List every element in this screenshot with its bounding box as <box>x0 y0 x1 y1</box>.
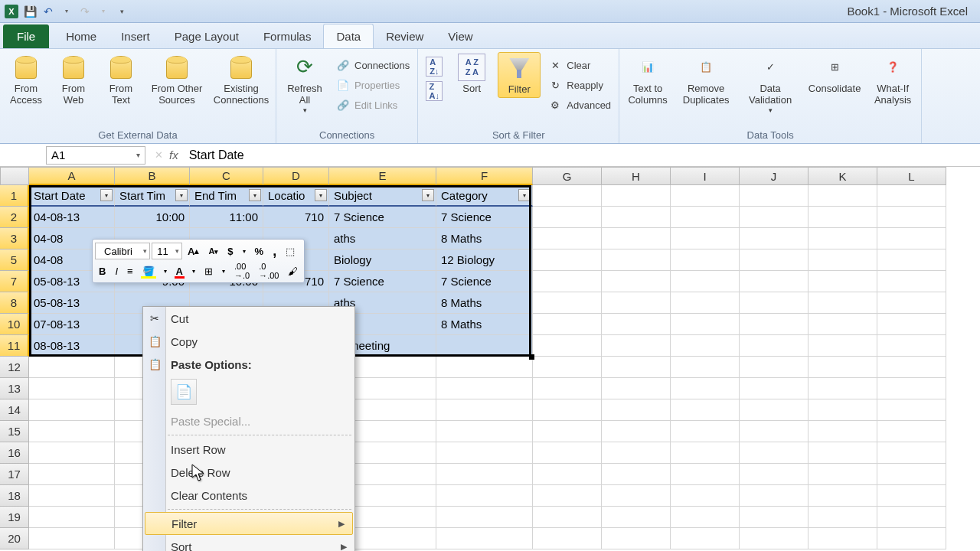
cell[interactable]: 8 Maths <box>436 292 533 314</box>
row-header[interactable]: 2 <box>0 207 29 228</box>
row-header[interactable]: 10 <box>0 314 29 335</box>
cell[interactable]: 710 <box>263 207 329 228</box>
cell[interactable] <box>436 442 533 464</box>
column-header-l[interactable]: L <box>877 167 946 185</box>
cell[interactable] <box>436 335 533 357</box>
data-validation-button[interactable]: ✓Data Validation▾ <box>740 52 800 116</box>
cell[interactable] <box>436 399 533 421</box>
cell[interactable] <box>808 271 877 292</box>
cell[interactable] <box>877 207 946 228</box>
cell[interactable] <box>29 421 115 442</box>
cell[interactable] <box>671 185 740 207</box>
row-header[interactable]: 18 <box>0 485 29 507</box>
column-header-d[interactable]: D <box>263 167 329 185</box>
row-header[interactable]: 14 <box>0 399 29 421</box>
cell[interactable] <box>808 421 877 442</box>
remove-duplicates-button[interactable]: 📋Remove Duplicates <box>676 52 736 108</box>
connections-button[interactable]: 🔗Connections <box>333 57 413 73</box>
cell[interactable] <box>877 335 946 357</box>
row-header[interactable]: 11 <box>0 335 29 357</box>
paste-option-all[interactable]: 📄 <box>171 379 197 405</box>
qat-customize-icon[interactable]: ▾ <box>113 3 130 20</box>
cell[interactable] <box>671 378 740 399</box>
undo-dropdown-icon[interactable]: ▾ <box>58 3 75 20</box>
sort-za-button[interactable]: ZA↓ <box>423 80 446 103</box>
text-to-columns-button[interactable]: 📊Text to Columns <box>624 52 671 108</box>
cell[interactable] <box>533 378 602 399</box>
cell[interactable] <box>671 314 740 335</box>
context-clear-contents[interactable]: Clear Contents <box>143 484 354 507</box>
tab-formulas[interactable]: Formulas <box>251 24 324 48</box>
cell[interactable] <box>533 357 602 378</box>
cell[interactable] <box>671 357 740 378</box>
cell[interactable] <box>740 378 808 399</box>
cell[interactable] <box>602 485 671 507</box>
cell[interactable]: Start Date▾ <box>29 185 115 207</box>
existing-connections-button[interactable]: Existing Connections <box>211 52 271 108</box>
cell[interactable] <box>533 442 602 464</box>
cell[interactable] <box>436 464 533 485</box>
cell[interactable] <box>671 292 740 314</box>
cell[interactable] <box>533 185 602 207</box>
cell[interactable]: 05-08-13 <box>29 292 115 314</box>
align-center-icon[interactable]: ≡ <box>123 262 137 280</box>
cell[interactable]: Category▾ <box>436 185 533 207</box>
column-header-c[interactable]: C <box>190 167 263 185</box>
from-access-button[interactable]: From Access <box>5 52 47 108</box>
row-header[interactable]: 19 <box>0 507 29 528</box>
tab-file[interactable]: File <box>3 24 49 48</box>
cell[interactable] <box>436 507 533 528</box>
cell[interactable] <box>740 399 808 421</box>
filter-dropdown-icon[interactable]: ▾ <box>100 189 113 201</box>
sort-button[interactable]: A ZZ ASort <box>450 52 493 96</box>
shrink-font-icon[interactable]: A▾ <box>204 242 222 260</box>
cell[interactable] <box>533 207 602 228</box>
row-header[interactable]: 8 <box>0 292 29 314</box>
cell[interactable] <box>740 528 808 549</box>
borders-dropdown-icon[interactable]: ▾ <box>218 262 229 280</box>
cell[interactable] <box>533 249 602 271</box>
cell[interactable] <box>877 357 946 378</box>
context-cut[interactable]: ✂Cut <box>143 307 354 330</box>
column-header-j[interactable]: J <box>740 167 808 185</box>
cell[interactable] <box>602 442 671 464</box>
filter-dropdown-icon[interactable]: ▾ <box>249 189 261 201</box>
font-color-icon[interactable]: A <box>172 262 187 280</box>
cell[interactable] <box>533 314 602 335</box>
cell[interactable]: 11:00 <box>190 207 263 228</box>
cell[interactable] <box>602 357 671 378</box>
cell[interactable] <box>29 485 115 507</box>
cell[interactable]: Start Tim▾ <box>115 185 190 207</box>
cell[interactable] <box>602 421 671 442</box>
cell[interactable] <box>740 292 808 314</box>
advanced-filter-button[interactable]: ⚙Advanced <box>545 96 614 113</box>
reapply-filter-button[interactable]: ↻Reapply <box>545 77 614 93</box>
cell[interactable] <box>29 528 115 549</box>
cell[interactable] <box>740 207 808 228</box>
percent-icon[interactable]: % <box>251 242 268 260</box>
cell[interactable] <box>740 357 808 378</box>
tab-insert[interactable]: Insert <box>109 24 162 48</box>
cell[interactable] <box>740 335 808 357</box>
cell[interactable] <box>877 442 946 464</box>
context-delete-row[interactable]: Delete Row <box>143 461 354 484</box>
context-sort[interactable]: Sort▶ <box>143 535 354 551</box>
context-copy[interactable]: 📋Copy <box>143 330 354 353</box>
increase-decimal-icon[interactable]: .00→.0 <box>230 262 253 280</box>
format-painter-icon[interactable]: 🖌 <box>284 262 302 280</box>
cell[interactable] <box>808 314 877 335</box>
cell[interactable] <box>877 378 946 399</box>
cell[interactable]: 12 Biology <box>436 249 533 271</box>
cell[interactable] <box>533 507 602 528</box>
cell[interactable] <box>808 507 877 528</box>
cell[interactable] <box>602 399 671 421</box>
from-web-button[interactable]: From Web <box>52 52 95 108</box>
cell[interactable] <box>808 335 877 357</box>
column-header-e[interactable]: E <box>329 167 436 185</box>
whatif-button[interactable]: ❓What-If Analysis <box>869 52 916 108</box>
cell[interactable] <box>602 378 671 399</box>
fill-dropdown-icon[interactable]: ▾ <box>160 262 171 280</box>
cell[interactable] <box>533 271 602 292</box>
cell[interactable] <box>808 207 877 228</box>
cell[interactable] <box>671 249 740 271</box>
